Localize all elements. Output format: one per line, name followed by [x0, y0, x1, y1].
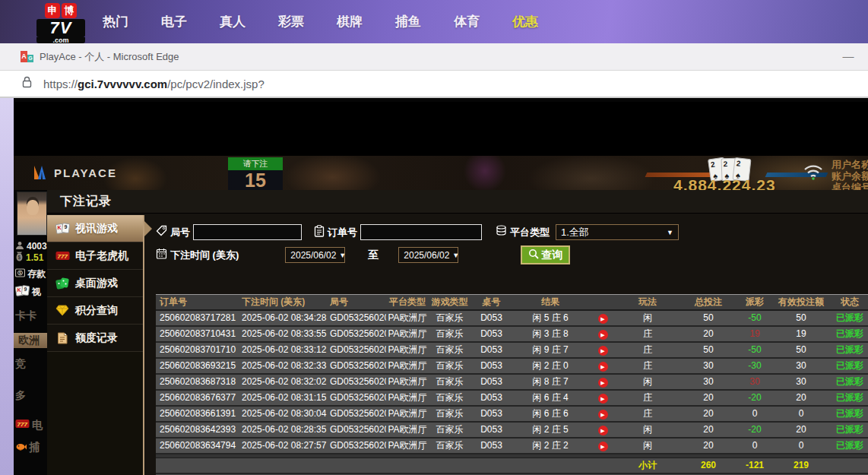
header-玩法: 玩法 [617, 295, 678, 309]
cell-bet: 30 [678, 359, 739, 373]
lock-icon[interactable] [21, 76, 33, 91]
url-text[interactable]: https://gci.7vvvvvv.com/pc/pcv2/index.js… [43, 78, 265, 90]
window-titlebar: AG PlayAce - 个人 - Microsoft Edge — [0, 43, 868, 71]
minimize-button[interactable]: — [839, 49, 857, 62]
replay-button[interactable]: ▶ [598, 362, 608, 372]
site-nav-item-彩票[interactable]: 彩票 [278, 13, 304, 30]
hall-duo[interactable]: 多 [15, 389, 26, 403]
replay-button[interactable]: ▶ [598, 410, 608, 420]
site-nav-item-电子[interactable]: 电子 [161, 13, 187, 30]
cell-time: 2025-06-02 08:27:57 [242, 439, 330, 453]
jackpot-amount: 4,884,224.23 [673, 176, 776, 190]
header-总投注: 总投注 [678, 295, 739, 309]
calendar-icon [156, 248, 167, 262]
site-favicon-icon: AG [21, 51, 33, 62]
modal-content: 局号 订单号 平台类型 1.全部▼ 下注时间 (美东) [146, 214, 868, 475]
header-平台类型: 平台类型 [386, 295, 429, 309]
cell-result: 闲 9 庄 7 [512, 343, 588, 357]
summary-valid: 219 [771, 458, 832, 473]
modal-menu-电子老虎机[interactable]: 777 电子老虎机 [47, 242, 143, 270]
modal-sidebar: K9 视讯游戏 777 电子老虎机 桌面游戏 积分查询 额度记录 [47, 215, 144, 475]
replay-button[interactable]: ▶ [598, 330, 608, 340]
table-row: 250602083642393 2025-06-02 08:28:35 GD05… [156, 423, 868, 439]
cell-round: GD053256020TK [330, 423, 386, 437]
date-from-select[interactable]: 2025/06/02▼ [285, 247, 345, 263]
cell-play: 闲 [617, 375, 678, 389]
hall-kaka[interactable]: 卡卡 [15, 309, 36, 323]
cell-status: 已派彩 [832, 423, 868, 437]
modal-menu-视讯游戏[interactable]: K9 视讯游戏 [47, 215, 143, 242]
replay-button[interactable]: ▶ [598, 442, 608, 451]
hall-jing[interactable]: 竞 [15, 357, 26, 371]
chevron-down-icon: ▼ [667, 229, 673, 236]
order-input[interactable] [360, 224, 482, 240]
svg-text:777: 777 [57, 253, 68, 260]
cell-result: 闲 3 庄 8 [512, 327, 588, 341]
cell-round: GD053256020TJ [330, 439, 386, 453]
platform-select[interactable]: 1.全部▼ [556, 224, 679, 240]
cell-table: D053 [470, 423, 512, 437]
cell-payout: -50 [739, 343, 771, 357]
cell-status: 已派彩 [832, 327, 868, 341]
site-nav-item-体育[interactable]: 体育 [454, 13, 480, 30]
cell-game: 百家乐 [429, 359, 470, 373]
site-nav-item-热门[interactable]: 热门 [103, 13, 128, 30]
modal-menu-积分查询[interactable]: 积分查询 [47, 297, 143, 325]
cell-game: 百家乐 [429, 311, 470, 325]
modal-menu-桌面游戏[interactable]: 桌面游戏 [47, 270, 143, 297]
site-nav-item-棋牌[interactable]: 棋牌 [337, 13, 363, 30]
summary-label: 小计 [617, 458, 678, 473]
nav-fishing[interactable]: 捕 [15, 441, 40, 454]
modal-menu-额度记录[interactable]: 额度记录 [47, 325, 143, 352]
cell-status: 已派彩 [832, 407, 868, 421]
tag-icon [156, 225, 167, 239]
black-band [14, 102, 868, 156]
replay-button[interactable]: ▶ [598, 346, 608, 356]
site-logo[interactable]: 申 博 7V .com [36, 3, 85, 43]
hall-europe[interactable]: 欧洲 [14, 333, 47, 348]
account-label: 桌台编号 [832, 182, 868, 190]
cell-payout: -50 [739, 311, 771, 325]
table-row: 250602083634794 2025-06-02 08:27:57 GD05… [156, 439, 868, 454]
site-nav-item-真人[interactable]: 真人 [220, 13, 246, 30]
search-button[interactable]: 查询 [521, 245, 570, 264]
site-nav-item-捕鱼[interactable]: 捕鱼 [395, 13, 421, 30]
replay-button[interactable]: ▶ [598, 314, 608, 324]
site-topbar: 申 博 7V .com 热门电子真人彩票棋牌捕鱼体育优惠 [0, 0, 868, 43]
cell-platform: PA欧洲厅 [386, 423, 429, 437]
replay-button[interactable]: ▶ [598, 426, 608, 435]
page-sidebar-fragments: 4003 $1.51 $存款 K9视 卡卡 欧洲 竞 多 777电 捕 [14, 190, 47, 475]
cell-play: 闲 [617, 311, 678, 325]
cell-payout: -20 [739, 391, 771, 405]
cell-round: GD053256020TM [330, 407, 386, 421]
slot-icon: 777 [55, 249, 70, 264]
avatar[interactable] [17, 192, 47, 236]
platform-label: 平台类型 [510, 226, 550, 239]
cell-time: 2025-06-02 08:28:35 [242, 423, 330, 437]
svg-text:9: 9 [24, 287, 27, 292]
deposit-link[interactable]: $存款 [15, 267, 46, 280]
playace-logo-icon [34, 166, 49, 179]
cell-table: D053 [470, 391, 512, 405]
nav-electronic[interactable]: 777电 [15, 418, 43, 432]
round-input[interactable] [193, 224, 302, 240]
address-bar[interactable]: https://gci.7vvvvvv.com/pc/pcv2/index.js… [0, 71, 868, 98]
bet-records-modal: 下注记录 K9 视讯游戏 777 电子老虎机 桌面游戏 积分查询 额度记录 局号… [47, 190, 868, 475]
cell-platform: PA欧洲厅 [386, 391, 429, 405]
cell-play: 庄 [617, 343, 678, 357]
cell-result: 闲 6 庄 6 [512, 407, 588, 421]
site-nav-item-优惠[interactable]: 优惠 [512, 13, 538, 30]
cell-valid: 19 [771, 327, 832, 341]
replay-button[interactable]: ▶ [598, 378, 608, 388]
replay-button[interactable]: ▶ [598, 394, 608, 404]
cell-platform: PA欧洲厅 [386, 375, 429, 389]
date-to-select[interactable]: 2025/06/02▼ [398, 247, 458, 263]
cell-result: 闲 6 庄 4 [512, 391, 588, 405]
order-label: 订单号 [328, 226, 357, 239]
cell-table: D053 [470, 343, 512, 357]
cell-payout: 0 [739, 407, 771, 421]
video-tab[interactable]: K9视 [15, 284, 41, 300]
cell-table: D053 [470, 327, 512, 341]
cell-game: 百家乐 [429, 327, 470, 341]
user-balance: $1.51 [15, 251, 43, 264]
